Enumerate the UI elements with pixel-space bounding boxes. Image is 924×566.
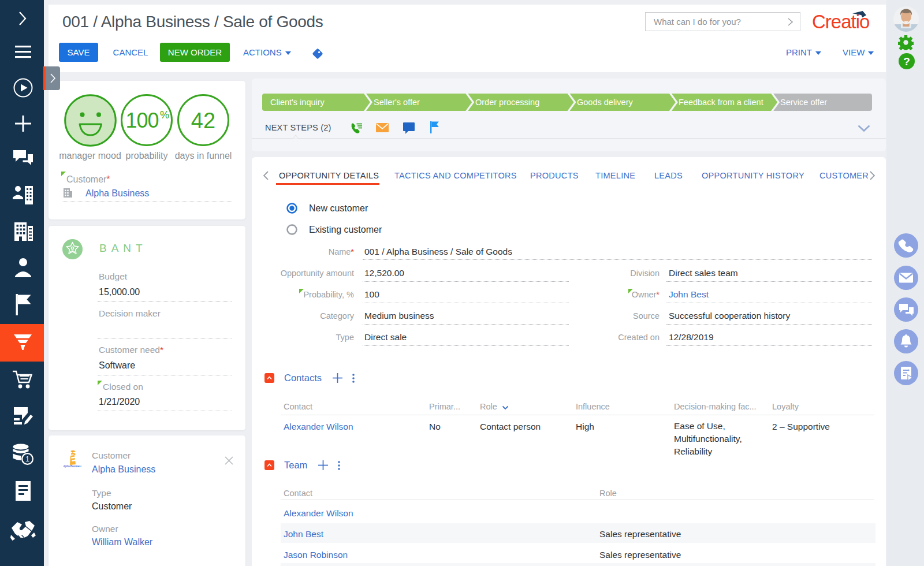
svg-text:1: 1	[25, 455, 29, 463]
svg-text:?: ?	[903, 55, 910, 68]
svg-text:Service offer: Service offer	[780, 98, 827, 107]
svg-text:Order processing: Order processing	[475, 98, 539, 107]
svg-text:42: 42	[191, 109, 215, 133]
svg-text:Seller's offer: Seller's offer	[374, 98, 420, 107]
svg-text:%: %	[160, 109, 169, 121]
svg-text:Client's inquiry: Client's inquiry	[270, 98, 325, 107]
svg-text:100: 100	[125, 109, 158, 132]
svg-text:Alpha Business: Alpha Business	[64, 465, 81, 468]
svg-text:Feedback from a client: Feedback from a client	[679, 98, 763, 107]
svg-text:Goods delivery: Goods delivery	[577, 98, 633, 107]
